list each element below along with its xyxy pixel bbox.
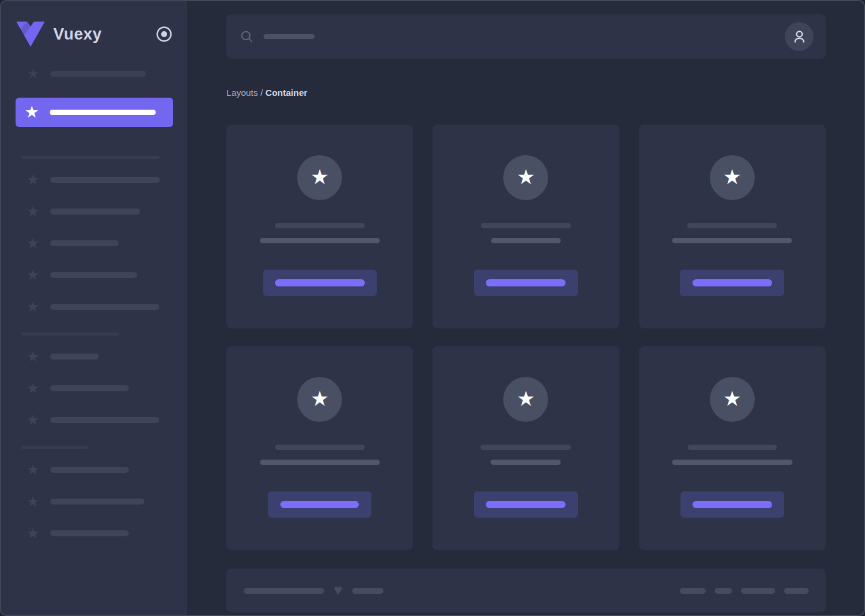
card-subtitle-skeleton — [672, 460, 793, 465]
search-icon — [240, 30, 253, 43]
sidebar-nav: ★★★★★★★★★★★★★ — [1, 66, 187, 541]
sidebar-item-label-skeleton — [50, 240, 119, 246]
sidebar-item[interactable]: ★ — [16, 267, 173, 283]
sidebar-item[interactable]: ★ — [16, 462, 173, 478]
sidebar-item[interactable]: ★ — [16, 494, 173, 509]
card-avatar: ★ — [710, 155, 755, 200]
skeleton-card: ★ — [226, 125, 413, 328]
star-icon: ★ — [517, 388, 535, 409]
app-window: Vuexy ★★★★★★★★★★★★★ Layouts — [0, 0, 865, 616]
sidebar-item[interactable]: ★ — [16, 172, 173, 188]
star-icon: ★ — [25, 462, 41, 478]
sidebar-item-label-skeleton — [50, 530, 129, 536]
star-icon: ★ — [24, 98, 40, 127]
sidebar-item-label-skeleton — [50, 110, 156, 115]
star-icon: ★ — [25, 66, 41, 81]
sidebar-item-label-skeleton — [50, 354, 99, 360]
footer-link-skeleton[interactable] — [741, 588, 775, 594]
card-subtitle-skeleton — [491, 460, 561, 465]
sidebar-item[interactable]: ★ — [16, 526, 173, 541]
menu-pin-toggle-icon[interactable] — [156, 26, 173, 43]
sidebar-item-label-skeleton — [50, 209, 140, 215]
card-title-skeleton — [481, 223, 571, 228]
sidebar-item-label-skeleton — [50, 272, 137, 278]
card-avatar: ★ — [297, 377, 342, 422]
sidebar-item[interactable]: ★ — [16, 349, 173, 364]
skeleton-card: ★ — [432, 346, 619, 550]
sidebar-item-label-skeleton — [50, 467, 129, 473]
card-action-button[interactable] — [474, 270, 578, 296]
heart-icon: ♥ — [334, 582, 343, 597]
skeleton-card: ★ — [639, 346, 825, 550]
star-icon: ★ — [25, 204, 41, 219]
star-icon: ★ — [25, 412, 41, 428]
star-icon: ★ — [25, 526, 41, 541]
star-icon: ★ — [310, 167, 328, 187]
breadcrumb-link-layouts[interactable]: Layouts — [226, 87, 258, 98]
star-icon: ★ — [25, 494, 41, 509]
card-action-button[interactable] — [268, 491, 371, 518]
skeleton-card: ★ — [432, 125, 619, 328]
button-label-skeleton — [692, 501, 772, 508]
sidebar-item-active[interactable]: ★ — [16, 98, 173, 127]
cards-grid: ★★★★★★ — [226, 125, 825, 550]
card-subtitle-skeleton — [260, 460, 380, 465]
user-avatar-button[interactable] — [785, 22, 813, 51]
sidebar-section-header-skeleton — [21, 446, 88, 449]
footer-bar: ♥ — [226, 569, 825, 612]
footer-text-skeleton-short — [352, 588, 383, 594]
card-avatar: ★ — [503, 377, 548, 422]
person-icon — [791, 29, 807, 45]
button-label-skeleton — [275, 279, 365, 286]
vuexy-logo-icon — [16, 22, 46, 47]
button-label-skeleton — [486, 501, 565, 508]
footer-links — [680, 588, 809, 594]
footer-link-skeleton[interactable] — [784, 588, 809, 594]
sidebar-item-label-skeleton — [50, 499, 144, 505]
sidebar-section-header-skeleton — [21, 333, 119, 336]
star-icon: ★ — [25, 172, 41, 188]
card-action-button[interactable] — [680, 270, 784, 296]
search-placeholder-skeleton — [264, 34, 314, 39]
breadcrumb: Layouts / Container — [226, 87, 825, 98]
card-action-button[interactable] — [263, 270, 377, 296]
button-label-skeleton — [486, 279, 565, 286]
card-subtitle-skeleton — [491, 238, 561, 243]
sidebar-item-label-skeleton — [50, 304, 159, 310]
sidebar: Vuexy ★★★★★★★★★★★★★ — [1, 1, 187, 615]
card-avatar: ★ — [710, 377, 755, 422]
sidebar-item[interactable]: ★ — [16, 412, 173, 428]
sidebar-section-header-skeleton — [21, 156, 159, 159]
star-icon: ★ — [723, 388, 741, 409]
sidebar-item-label-skeleton — [50, 177, 160, 183]
button-label-skeleton — [280, 501, 359, 508]
card-action-button[interactable] — [680, 491, 784, 518]
search-bar[interactable] — [226, 14, 825, 59]
sidebar-item-label-skeleton — [50, 417, 159, 423]
star-icon: ★ — [723, 167, 741, 187]
sidebar-item[interactable]: ★ — [16, 299, 173, 315]
sidebar-item[interactable]: ★ — [16, 204, 173, 219]
card-title-skeleton — [687, 223, 777, 228]
footer-text-skeleton — [244, 588, 324, 594]
sidebar-item[interactable]: ★ — [16, 381, 173, 396]
sidebar-item[interactable]: ★ — [16, 66, 173, 81]
star-icon: ★ — [25, 349, 41, 364]
card-title-skeleton — [480, 445, 571, 450]
card-action-button[interactable] — [474, 491, 578, 518]
skeleton-card: ★ — [639, 125, 825, 328]
card-title-skeleton — [275, 445, 365, 450]
sidebar-item-label-skeleton — [50, 71, 146, 77]
card-avatar: ★ — [503, 155, 548, 200]
card-title-skeleton — [688, 445, 777, 450]
sidebar-item[interactable]: ★ — [16, 235, 173, 251]
star-icon: ★ — [25, 235, 41, 251]
breadcrumb-current: Container — [265, 87, 307, 98]
star-icon: ★ — [310, 388, 328, 409]
footer-link-skeleton[interactable] — [680, 588, 706, 594]
footer-link-skeleton[interactable] — [715, 588, 732, 594]
star-icon: ★ — [25, 299, 41, 315]
star-icon: ★ — [517, 167, 535, 187]
card-subtitle-skeleton — [260, 238, 380, 243]
sidebar-item-label-skeleton — [50, 385, 129, 391]
